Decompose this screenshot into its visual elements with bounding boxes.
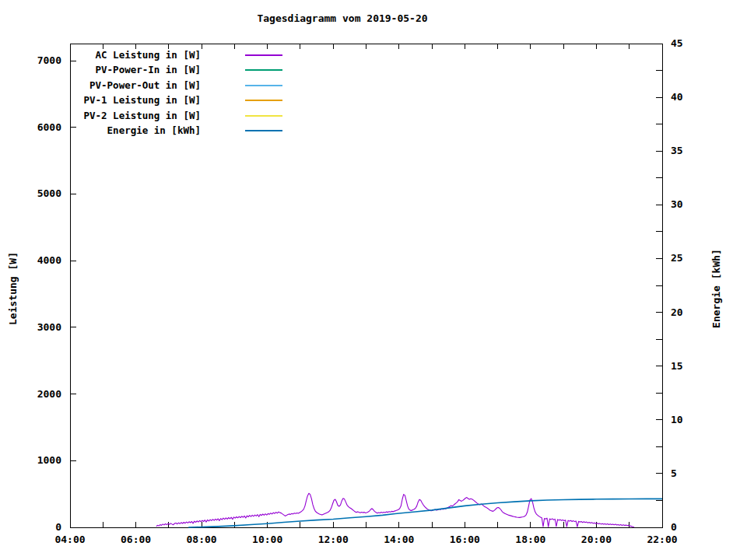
legend-label: PV-Power-Out in [W]: [70, 79, 201, 91]
right-tick-label: 10: [671, 414, 683, 425]
right-tick-label: 40: [671, 91, 683, 103]
legend-color-line: [245, 115, 282, 117]
legend-label: PV-2 Leistung in [W]: [70, 110, 201, 121]
legend-color-line: [245, 130, 282, 131]
legend-item: PV-2 Leistung in [W]: [70, 108, 296, 123]
legend-item: Energie in [kWh]: [70, 123, 296, 138]
x-tick-label: 14:00: [384, 534, 414, 545]
right-tick-label: 45: [671, 37, 683, 49]
chart-page: Tagesdiagramm vom 2019-05-20 Leistung [W…: [0, 0, 747, 560]
x-tick-label: 18:00: [515, 534, 545, 545]
x-tick-label: 04:00: [54, 534, 85, 545]
right-tick-label: 35: [671, 145, 683, 156]
left-tick-label: 3000: [37, 321, 61, 333]
x-tick-label: 22:00: [647, 534, 677, 545]
left-tick-label: 2000: [37, 388, 61, 400]
left-tick-label: 5000: [37, 187, 61, 199]
legend-item: PV-Power-In in [W]: [70, 62, 296, 77]
legend-label: PV-1 Leistung in [W]: [70, 94, 201, 106]
right-tick-label: 0: [671, 521, 677, 533]
legend-label: AC Leistung in [W]: [70, 49, 201, 61]
legend-item: AC Leistung in [W]: [70, 47, 296, 62]
x-tick-label: 06:00: [121, 534, 151, 545]
right-tick-label: 15: [671, 360, 683, 372]
legend-label: PV-Power-In in [W]: [70, 64, 201, 75]
right-tick-label: 25: [671, 252, 683, 264]
x-tick-label: 08:00: [187, 534, 217, 545]
x-tick-label: 16:00: [450, 534, 480, 545]
legend-color-line: [245, 85, 282, 86]
right-tick-label: 20: [671, 306, 683, 318]
left-tick-label: 6000: [37, 121, 61, 133]
left-tick-label: 1000: [37, 454, 61, 466]
x-tick-label: 12:00: [318, 534, 349, 545]
legend-color-line: [245, 100, 282, 101]
series-line-ac-leistung-in-w-: [156, 493, 634, 527]
left-tick-label: 4000: [37, 254, 61, 266]
legend-item: PV-1 Leistung in [W]: [70, 93, 296, 107]
chart-legend: AC Leistung in [W]PV-Power-In in [W]PV-P…: [70, 47, 296, 138]
right-tick-label: 5: [671, 467, 677, 479]
x-tick-label: 10:00: [252, 534, 282, 545]
legend-item: PV-Power-Out in [W]: [70, 78, 296, 93]
legend-color-line: [245, 54, 282, 56]
left-tick-label: 0: [55, 521, 61, 533]
x-tick-label: 20:00: [581, 534, 612, 545]
legend-color-line: [245, 69, 282, 71]
right-tick-label: 30: [671, 198, 683, 210]
left-tick-label: 7000: [37, 54, 61, 66]
legend-label: Energie in [kWh]: [70, 124, 201, 136]
